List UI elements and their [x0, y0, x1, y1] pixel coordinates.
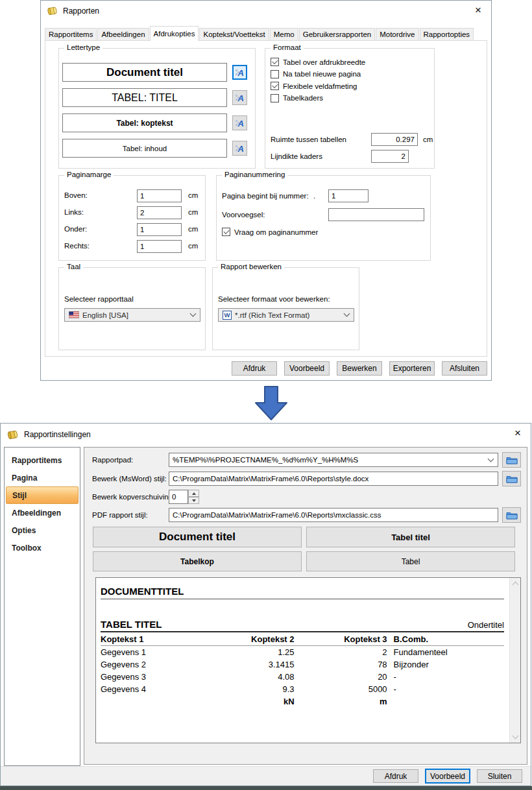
sidebar-item-rapportitems[interactable]: Rapportitems	[6, 451, 79, 469]
margin-unit: cm	[188, 191, 198, 199]
pdf-value: C:\ProgramData\Matrix\MatrixFrame\6.0\Re…	[173, 511, 381, 519]
tab-afbeeldingen[interactable]: Afbeeldingen	[97, 28, 149, 40]
preview-header-cell: Koptekst 2	[217, 633, 294, 646]
pdf-label: PDF rapport stijl:	[92, 511, 148, 519]
font-preview-tabel-inhoud[interactable]: Tabel: inhoud	[62, 139, 227, 158]
font-picker-button-tabel-koptekst[interactable]: A	[232, 115, 247, 130]
browse-msword-button[interactable]	[502, 471, 521, 486]
margin-input-rechts[interactable]	[137, 240, 182, 253]
checkbox-tabel-over-afdrukbreedte[interactable]: Tabel over afdrukbreedte	[271, 58, 365, 66]
ruimte-input[interactable]	[371, 133, 418, 146]
preview-cell: Gegevens 4	[101, 683, 217, 695]
browse-rapportpad-button[interactable]	[502, 452, 521, 468]
sidebar-item-pagina[interactable]: Pagina	[6, 469, 79, 486]
begin-label: Pagina begint bij nummer:	[222, 192, 309, 200]
scroll-up-button[interactable]	[510, 578, 521, 589]
margin-input-boven[interactable]	[137, 189, 182, 202]
group-paginanummering: Paginanummering Pagina begint bij nummer…	[216, 175, 431, 261]
style-button-tabel[interactable]: Tabel	[306, 551, 515, 571]
begin-input[interactable]	[328, 189, 369, 202]
tab-rapportitems[interactable]: Rapportitems	[45, 28, 97, 40]
checkbox-flexibele-veldafmeting[interactable]: Flexibele veldafmeting	[271, 82, 357, 90]
margin-input-onder[interactable]	[137, 223, 182, 236]
preview-header-cell: B.Comb.	[387, 633, 504, 646]
sidebar-item-opties[interactable]: Opties	[6, 521, 79, 539]
tab-gebruikersrapporten[interactable]: Gebruikersrapporten	[299, 28, 375, 40]
kopverschuiving-input[interactable]	[169, 490, 188, 504]
sidebar-item-afbeeldingen[interactable]: Afbeeldingen	[6, 504, 79, 521]
lijndikte-input[interactable]	[371, 150, 409, 163]
rapportpad-combobox[interactable]: %TEMP%\%PROJECTNAME%_%d%m%Y_%H%M%S	[169, 453, 498, 467]
checkbox-box[interactable]	[222, 228, 230, 236]
checkbox-tabelkaders[interactable]: Tabelkaders	[271, 94, 323, 102]
svg-text:A: A	[237, 93, 244, 102]
checkbox-label: Vraag om paginanummer	[234, 228, 318, 236]
afdruk-button[interactable]: Afdruk	[373, 769, 418, 783]
style-button-document-titel[interactable]: Document titel	[93, 527, 302, 547]
taal-combobox[interactable]: English [USA]	[64, 308, 200, 322]
taal-label: Selecteer rapporttaal	[64, 295, 134, 303]
tab-memo[interactable]: Memo	[270, 28, 298, 40]
checkbox-box[interactable]	[271, 58, 279, 66]
checkbox-na-tabel-nieuwe-pagina[interactable]: Na tabel nieuwe pagina	[271, 70, 361, 78]
tab-bar: RapportitemsAfbeeldingenAfdrukoptiesKopt…	[45, 27, 487, 40]
group-legend: Rapport bewerken	[218, 263, 284, 270]
checkbox-label: Na tabel nieuwe pagina	[283, 70, 361, 78]
style-button-tabelkop[interactable]: Tabelkop	[93, 551, 302, 571]
tab-rapportopties[interactable]: Rapportopties	[420, 28, 474, 40]
margin-label: Boven:	[64, 191, 88, 199]
spinner-up-button[interactable]	[188, 490, 199, 497]
font-picker-button-tabel-inhoud[interactable]: A	[232, 141, 247, 156]
margin-input-links[interactable]	[137, 206, 182, 219]
voorvoegsel-input[interactable]	[328, 208, 424, 221]
style-button-tabel-titel[interactable]: Tabel titel	[306, 527, 515, 547]
pdf-input[interactable]: C:\ProgramData\Matrix\MatrixFrame\6.0\Re…	[169, 508, 498, 522]
tab-motordrive[interactable]: Motordrive	[376, 28, 418, 40]
exporteren-button[interactable]: Exporteren	[389, 361, 435, 376]
down-arrow-icon	[192, 499, 196, 502]
checkbox-vraag-om-paginanummer[interactable]: Vraag om paginanummer	[222, 228, 318, 236]
formaat-bewerken-combobox[interactable]: W *.rtf (Rich Text Format)	[218, 308, 354, 322]
rapportpad-label: Rapportpad:	[92, 456, 133, 464]
sidebar: RapportitemsPaginaStijlAfbeeldingenOptie…	[4, 447, 80, 766]
font-icon: A	[235, 68, 245, 77]
spinner-down-button[interactable]	[188, 497, 199, 504]
folder-icon	[506, 511, 518, 520]
font-preview-document-titel[interactable]: Document titel	[62, 63, 227, 82]
scroll-down-button[interactable]	[510, 732, 521, 743]
group-legend: Formaat	[271, 43, 304, 51]
font-picker-button-document-titel[interactable]: A	[232, 65, 247, 80]
preview-scrollbar[interactable]	[509, 578, 520, 743]
tab-afdrukopties[interactable]: Afdrukopties	[150, 26, 199, 41]
font-picker-button-tabel-titel[interactable]: A	[232, 90, 247, 105]
afdruk-button[interactable]: Afdruk	[232, 361, 277, 376]
bottom-edge-strip	[0, 786, 532, 790]
sidebar-item-toolbox[interactable]: Toolbox	[6, 539, 79, 557]
checkbox-box[interactable]	[271, 94, 279, 102]
svg-text:A: A	[237, 68, 244, 77]
rapportpad-row: Rapportpad: %TEMP%\%PROJECTNAME%_%d%m%Y_…	[84, 453, 527, 468]
bewerken-button[interactable]: Bewerken	[337, 361, 382, 376]
font-preview-tabel-koptekst[interactable]: Tabel: koptekst	[62, 114, 227, 132]
margin-unit: cm	[188, 225, 198, 233]
close-icon[interactable]: ×	[465, 1, 491, 20]
preview-cell: 9.3	[217, 683, 294, 695]
voorbeeld-button[interactable]: Voorbeeld	[284, 361, 330, 376]
margin-row-boven: Boven:cm	[59, 189, 205, 202]
sidebar-item-stijl[interactable]: Stijl	[6, 486, 79, 504]
font-preview-tabel-titel[interactable]: TABEL: TITEL	[62, 88, 227, 107]
close-icon[interactable]: ×	[505, 424, 531, 443]
checkbox-box[interactable]	[271, 82, 279, 90]
browse-pdf-button[interactable]	[502, 507, 521, 523]
tab-koptekst-voettekst[interactable]: Koptekst/Voettekst	[199, 28, 269, 40]
voorbeeld-button[interactable]: Voorbeeld	[425, 769, 470, 784]
checkbox-box[interactable]	[271, 70, 279, 78]
afsluiten-button[interactable]: Afsluiten	[442, 361, 487, 376]
tabpage-afdrukopties: Lettertype Document titelATABEL: TITELAT…	[45, 40, 487, 357]
taal-value: English [USA]	[82, 311, 128, 319]
folder-icon	[506, 456, 518, 464]
sluiten-button[interactable]: Sluiten	[477, 769, 522, 783]
checkbox-label: Tabel over afdrukbreedte	[283, 58, 365, 66]
formaat-bewerken-value: *.rtf (Rich Text Format)	[235, 311, 309, 319]
msword-input[interactable]: C:\ProgramData\Matrix\MatrixFrame\6.0\Re…	[169, 472, 498, 486]
